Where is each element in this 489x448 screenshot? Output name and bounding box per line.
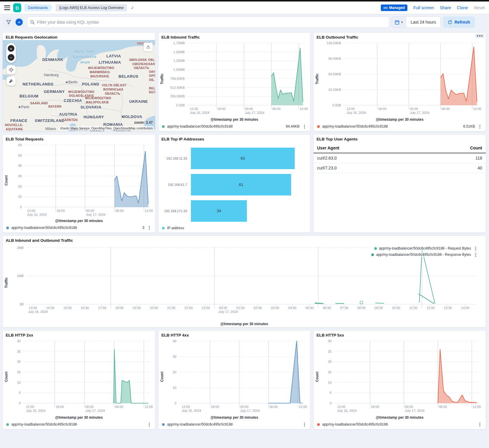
legend-item[interactable]: app/my-loadbalancer/50dc6c495c0c9188 - R… xyxy=(371,252,478,257)
bar-row[interactable]: 192.168.11.33 63 xyxy=(158,148,306,169)
legend-label[interactable]: app/my-loadbalancer/50dc6c495c0c9188 xyxy=(167,422,233,426)
panel-elb-total-requests: ELB Total Requests Count010203040506012:… xyxy=(2,134,155,233)
y-axis-title: Count xyxy=(3,142,9,219)
map-label: BELARUS xyxy=(119,74,138,79)
map-attribution[interactable]: Elastic Maps Service, OpenMapTiles, Open… xyxy=(59,126,154,130)
full-screen-button[interactable]: Full screen xyxy=(413,5,434,10)
add-filter-button[interactable]: + xyxy=(16,19,23,26)
kql-search-bar[interactable] xyxy=(27,16,389,28)
map-label: ★Paris xyxy=(18,105,29,109)
map-label: БЕЛ xyxy=(149,91,155,94)
legend-swatch[interactable] xyxy=(317,125,320,128)
column-header[interactable]: User Agent xyxy=(314,143,418,153)
legend-label[interactable]: app/my-loadbalancer/50dc6c495c0c9188 xyxy=(11,422,77,426)
map-label: WOJEWÓDZTWO xyxy=(85,97,111,100)
svg-text:12:00: 12:00 xyxy=(299,405,307,409)
map-label: NOUVELLE- xyxy=(5,123,23,127)
svg-text:18:30: 18:30 xyxy=(115,306,124,310)
legend-item[interactable]: app/my-loadbalancer/50dc6c495c0c9188 - R… xyxy=(374,246,478,251)
legend-options-icon[interactable] xyxy=(477,422,482,427)
svg-text:July 17, 2024: July 17, 2024 xyxy=(85,409,105,412)
http-4xx-chart[interactable]: 01020304012:00July 16, 202418:0000:00Jul… xyxy=(165,338,308,415)
bar[interactable]: 61 xyxy=(191,174,291,195)
legend-label[interactable]: app/my-loadbalancer/50dc6c495c0c9188 xyxy=(11,226,77,230)
map-warning-icon[interactable]: ⚠ xyxy=(144,42,153,51)
filter-icon[interactable] xyxy=(4,18,13,27)
legend-label[interactable]: IP address xyxy=(167,226,184,230)
legend-options-icon[interactable] xyxy=(302,124,307,129)
inbound-traffic-chart[interactable]: 0.00B256.00KB512.00KB768.00KB1.00MB1.25M… xyxy=(165,40,308,117)
zoom-out-button[interactable]: − xyxy=(8,54,14,61)
legend-label[interactable]: app/my-loadbalancer/50dc6c495c0c9188 xyxy=(167,124,233,129)
legend-label[interactable]: app/my-loadbalancer/50dc6c495c0c9188 xyxy=(322,124,388,129)
share-button[interactable]: Share xyxy=(440,5,451,10)
europe-map[interactable]: ОБЛАСТЬBaltic SeaБалтийскоемореLATVIADEN… xyxy=(3,40,155,131)
panel-options-icon[interactable] xyxy=(475,34,484,38)
breadcrumb-dashboards[interactable]: Dashboards xyxy=(24,4,53,11)
geolocate-icon[interactable] xyxy=(7,65,16,74)
panel-title: ELB Outbound Traffic xyxy=(314,33,486,40)
ip-bar-chart[interactable]: 192.168.11.33 63 192.168.61.7 61 192.168… xyxy=(158,142,310,225)
svg-text:12:00: 12:00 xyxy=(145,209,153,212)
legend-options-icon[interactable] xyxy=(147,225,152,230)
outbound-traffic-chart[interactable]: 0.00B32.00KB64.00KB96.00KB128.00KB12:00J… xyxy=(320,40,483,117)
legend-swatch[interactable] xyxy=(6,227,9,229)
legend-options-icon[interactable] xyxy=(473,252,478,257)
svg-text:64.00KB: 64.00KB xyxy=(328,72,341,76)
legend-options-icon[interactable] xyxy=(147,422,152,427)
svg-text:July 16, 2024: July 16, 2024 xyxy=(27,213,47,216)
menu-icon[interactable] xyxy=(4,5,10,10)
svg-text:02:30: 02:30 xyxy=(253,306,262,310)
bar-category-label: 192.168.11.33 xyxy=(158,157,191,160)
y-axis-title: Traffic xyxy=(159,40,165,117)
zoom-in-button[interactable]: + xyxy=(8,45,14,52)
svg-text:06:30: 06:30 xyxy=(323,306,331,310)
kql-query-input[interactable] xyxy=(37,20,386,25)
clone-button[interactable]: Clone xyxy=(457,5,468,10)
legend-swatch[interactable] xyxy=(6,423,9,426)
total-requests-chart[interactable]: 010203040506012:00July 16, 202418:0000:0… xyxy=(9,142,155,219)
http-2xx-chart[interactable]: 05101520253012:00July 16, 202418:0000:00… xyxy=(9,338,155,415)
calendar-menu-button[interactable]: ▼ xyxy=(392,17,407,27)
map-tools-icon[interactable] xyxy=(7,77,16,85)
refresh-button[interactable]: Refresh xyxy=(443,16,475,28)
svg-text:July 16, 2024: July 16, 2024 xyxy=(190,111,209,114)
legend-swatch[interactable] xyxy=(162,125,165,128)
svg-text:15: 15 xyxy=(17,370,21,374)
legend-label[interactable]: app/my-loadbalancer/50dc6c495c0c9188 xyxy=(322,422,388,426)
legend-value: 94.44KB xyxy=(286,124,299,129)
table-row[interactable]: curl/7.23.040 xyxy=(314,163,486,173)
bar-row[interactable]: 192.168.61.7 61 xyxy=(158,174,306,195)
managed-badge[interactable]: Managed xyxy=(381,4,407,11)
svg-text:00:00: 00:00 xyxy=(86,209,94,212)
reset-button[interactable]: Reset xyxy=(474,5,485,10)
table-header-row: User AgentCount xyxy=(314,143,486,153)
bar[interactable]: 34 xyxy=(191,200,247,222)
svg-text:512.00KB: 512.00KB xyxy=(170,86,185,89)
space-avatar[interactable]: D xyxy=(13,3,21,12)
bar-row[interactable]: 192.168.171.33 34 xyxy=(158,200,306,222)
legend-swatch[interactable] xyxy=(317,423,320,426)
bar[interactable]: 63 xyxy=(191,148,295,169)
panel-title: ELB HTTP 4xx xyxy=(158,331,310,338)
http-5xx-chart[interactable]: 05101520253012:00July 16, 202418:0000:00… xyxy=(320,338,484,415)
column-header[interactable]: Count xyxy=(418,143,486,153)
map-label: ★Berlin xyxy=(65,80,77,84)
svg-text:July 16, 2024: July 16, 2024 xyxy=(182,409,201,412)
legend-options-icon[interactable] xyxy=(302,422,307,427)
saved-check-icon[interactable]: ✓ xyxy=(131,5,134,10)
svg-text:05:30: 05:30 xyxy=(305,306,314,310)
map-label: ОРЛ. xyxy=(149,74,155,77)
svg-text:1MB: 1MB xyxy=(17,274,24,278)
svg-text:50: 50 xyxy=(18,154,22,157)
time-range-button[interactable]: Last 24 hours xyxy=(407,17,440,27)
legend-options-icon[interactable] xyxy=(473,246,478,251)
legend-swatch[interactable] xyxy=(162,227,165,230)
table-row[interactable]: curl/2.63.0118 xyxy=(314,153,486,163)
panel-title: ALB Inbound and Outbound Traffic xyxy=(3,236,486,243)
panel-elb-outbound-traffic: ELB Outbound Traffic Traffic0.00B32.00KB… xyxy=(313,32,486,132)
legend-swatch[interactable] xyxy=(162,423,165,426)
svg-text:00:00: 00:00 xyxy=(410,107,418,111)
count-cell: 40 xyxy=(418,163,486,173)
legend-options-icon[interactable] xyxy=(477,124,482,129)
